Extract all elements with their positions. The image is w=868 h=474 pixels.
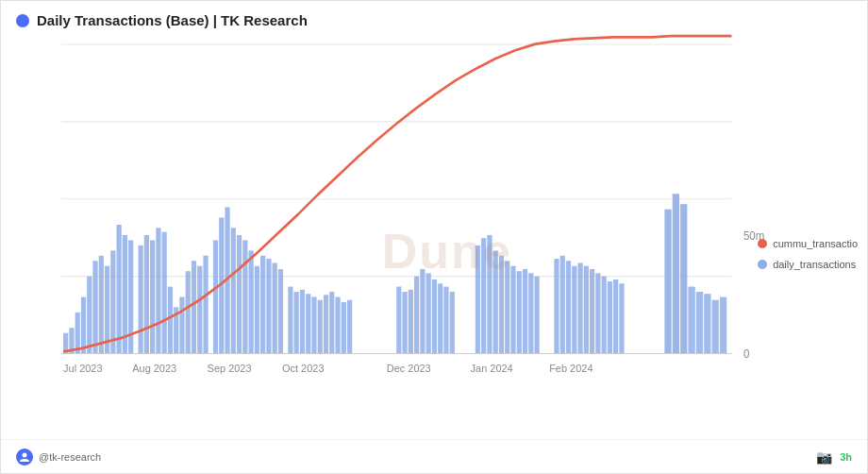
legend-dot-daily bbox=[758, 260, 767, 269]
svg-rect-14 bbox=[75, 313, 80, 354]
chart-legend: cummu_transactio daily_transactions bbox=[758, 238, 858, 270]
svg-rect-51 bbox=[306, 294, 310, 353]
svg-rect-72 bbox=[493, 250, 498, 353]
avatar-icon bbox=[19, 451, 30, 463]
svg-rect-29 bbox=[168, 287, 173, 354]
svg-rect-45 bbox=[266, 259, 271, 353]
footer-handle: @tk-research bbox=[39, 451, 101, 463]
legend-label-cumulative: cummu_transactio bbox=[773, 238, 858, 249]
chart-footer: @tk-research 📷 3h bbox=[1, 439, 867, 473]
svg-text:Aug 2023: Aug 2023 bbox=[132, 363, 176, 374]
svg-rect-81 bbox=[560, 256, 565, 354]
svg-rect-46 bbox=[273, 262, 277, 353]
svg-rect-28 bbox=[162, 232, 167, 354]
chart-title: Daily Transactions (Base) | TK Research bbox=[37, 12, 308, 28]
chart-container: Daily Transactions (Base) | TK Research … bbox=[0, 0, 868, 474]
svg-text:Oct 2023: Oct 2023 bbox=[282, 363, 325, 374]
legend-dot-cumulative bbox=[758, 239, 767, 248]
svg-rect-31 bbox=[179, 296, 184, 353]
header-dot bbox=[16, 14, 29, 27]
svg-rect-58 bbox=[347, 300, 352, 354]
chart-svg: 2m 1.5m 1m 500k 0 50m 0 bbox=[61, 34, 810, 426]
svg-rect-47 bbox=[278, 269, 283, 354]
svg-rect-92 bbox=[664, 210, 671, 354]
svg-rect-27 bbox=[156, 228, 160, 353]
svg-text:Jan 2024: Jan 2024 bbox=[471, 363, 513, 374]
svg-rect-82 bbox=[566, 261, 571, 353]
svg-rect-66 bbox=[438, 283, 442, 353]
legend-item-daily: daily_transactions bbox=[758, 259, 858, 270]
svg-rect-97 bbox=[704, 294, 710, 353]
svg-point-108 bbox=[23, 452, 27, 457]
svg-rect-84 bbox=[577, 262, 582, 353]
svg-rect-25 bbox=[144, 235, 149, 354]
svg-rect-26 bbox=[150, 240, 155, 353]
svg-rect-59 bbox=[396, 287, 401, 354]
svg-rect-15 bbox=[81, 296, 86, 353]
svg-text:Jul 2023: Jul 2023 bbox=[63, 363, 102, 374]
camera-icon[interactable]: 📷 bbox=[816, 449, 832, 465]
footer-avatar bbox=[16, 449, 33, 466]
svg-rect-71 bbox=[487, 235, 492, 354]
svg-rect-18 bbox=[99, 256, 104, 354]
svg-rect-99 bbox=[720, 296, 726, 353]
svg-rect-20 bbox=[110, 250, 115, 353]
chart-header: Daily Transactions (Base) | TK Research bbox=[1, 1, 867, 34]
footer-left: @tk-research bbox=[16, 449, 101, 466]
svg-rect-62 bbox=[414, 277, 419, 354]
svg-rect-77 bbox=[523, 269, 527, 354]
svg-text:Sep 2023: Sep 2023 bbox=[208, 363, 252, 374]
svg-text:Feb 2024: Feb 2024 bbox=[549, 363, 593, 374]
svg-rect-24 bbox=[138, 245, 142, 354]
svg-rect-90 bbox=[613, 279, 618, 354]
footer-time: 3h bbox=[840, 451, 852, 463]
svg-rect-64 bbox=[426, 273, 431, 353]
svg-rect-88 bbox=[602, 277, 607, 354]
svg-rect-93 bbox=[673, 194, 679, 353]
svg-rect-35 bbox=[203, 256, 208, 354]
svg-rect-40 bbox=[237, 235, 242, 354]
svg-rect-70 bbox=[481, 238, 486, 353]
svg-rect-49 bbox=[294, 292, 299, 354]
svg-rect-85 bbox=[584, 266, 589, 354]
svg-rect-75 bbox=[510, 266, 515, 354]
svg-rect-56 bbox=[335, 296, 340, 353]
svg-rect-52 bbox=[311, 296, 316, 353]
svg-rect-89 bbox=[608, 281, 612, 353]
svg-rect-78 bbox=[528, 273, 533, 353]
svg-rect-50 bbox=[300, 290, 305, 354]
svg-rect-43 bbox=[255, 266, 259, 354]
svg-rect-34 bbox=[197, 266, 202, 354]
svg-rect-95 bbox=[688, 287, 694, 354]
chart-area: Dune 2m 1.5m 1m 500k 0 50m 0 bbox=[1, 34, 867, 473]
svg-rect-55 bbox=[329, 292, 334, 354]
svg-rect-91 bbox=[619, 283, 624, 353]
svg-rect-83 bbox=[572, 266, 576, 354]
svg-rect-73 bbox=[499, 256, 504, 354]
svg-rect-54 bbox=[324, 295, 328, 353]
svg-rect-96 bbox=[696, 292, 703, 354]
svg-rect-57 bbox=[342, 302, 346, 354]
svg-rect-16 bbox=[87, 277, 92, 354]
svg-rect-39 bbox=[231, 228, 236, 353]
svg-rect-98 bbox=[712, 300, 719, 354]
svg-rect-61 bbox=[409, 290, 413, 354]
svg-rect-17 bbox=[92, 261, 97, 353]
svg-rect-67 bbox=[443, 287, 448, 354]
svg-rect-65 bbox=[432, 279, 437, 354]
svg-rect-23 bbox=[128, 240, 133, 353]
svg-rect-41 bbox=[242, 240, 247, 353]
svg-rect-42 bbox=[249, 250, 254, 353]
svg-text:Dec 2023: Dec 2023 bbox=[387, 363, 431, 374]
svg-rect-44 bbox=[260, 256, 265, 354]
legend-item-cumulative: cummu_transactio bbox=[758, 238, 858, 249]
svg-rect-48 bbox=[288, 287, 292, 354]
svg-rect-79 bbox=[534, 277, 539, 354]
svg-rect-69 bbox=[476, 245, 480, 354]
svg-text:0: 0 bbox=[743, 347, 750, 360]
svg-rect-53 bbox=[318, 300, 323, 354]
svg-rect-87 bbox=[595, 273, 600, 353]
svg-rect-33 bbox=[192, 261, 196, 353]
svg-rect-94 bbox=[680, 204, 687, 353]
svg-rect-68 bbox=[450, 292, 455, 354]
